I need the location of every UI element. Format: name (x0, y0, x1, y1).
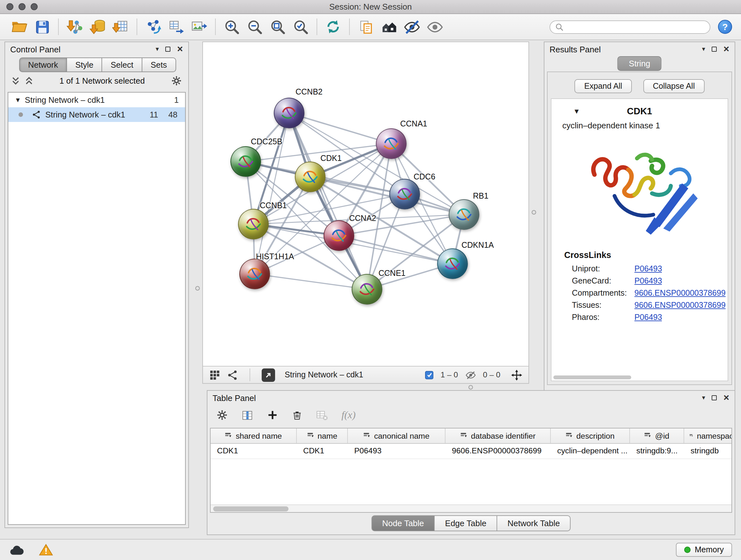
memory-button[interactable]: Memory (676, 543, 732, 557)
hidden-eye-slash-icon[interactable] (465, 369, 476, 380)
import-network-file-button[interactable] (64, 17, 85, 37)
collapse-triangle-icon[interactable]: ▼ (573, 107, 580, 115)
cloud-icon[interactable] (9, 544, 25, 556)
table-row[interactable]: CDK1 CDK1 P06493 9606.ENSP00000378699 cy… (211, 444, 731, 459)
close-panel-icon[interactable]: ✕ (723, 45, 730, 53)
selected-checkbox-icon[interactable] (425, 371, 434, 379)
search-input[interactable] (567, 22, 704, 31)
export-network-button[interactable] (262, 368, 275, 381)
maximize-panel-icon[interactable] (712, 47, 717, 52)
expand-all-button[interactable]: Expand All (575, 79, 632, 93)
expand-all-chevron-icon[interactable] (11, 76, 20, 84)
column-icon (565, 432, 572, 439)
network-row[interactable]: String Network – cdk1 11 48 (8, 107, 185, 122)
zoom-window-button[interactable] (30, 3, 38, 10)
move-crosshair-icon[interactable] (511, 369, 522, 380)
network-node-ccnb1[interactable] (238, 209, 269, 240)
float-panel-icon[interactable]: ▾ (702, 46, 705, 52)
network-to-table-button[interactable] (166, 17, 186, 37)
vertical-splitter-handle[interactable] (195, 286, 200, 291)
cell-canonical-name: P06493 (348, 444, 446, 458)
close-panel-icon[interactable]: ✕ (723, 394, 730, 401)
table-horizontal-scrollbar[interactable] (211, 504, 731, 512)
refresh-button[interactable] (323, 17, 343, 37)
vertical-splitter-handle[interactable] (532, 210, 536, 214)
crosslink-link[interactable]: P06493 (634, 276, 662, 285)
gear-icon[interactable] (216, 409, 228, 421)
import-network-database-button[interactable] (87, 17, 108, 37)
column-header-description[interactable]: description (551, 428, 630, 443)
tab-style[interactable]: Style (66, 57, 103, 72)
function-builder-button[interactable]: f(x) (341, 409, 355, 421)
delete-trash-icon[interactable] (292, 410, 302, 421)
maximize-panel-icon[interactable] (165, 47, 171, 52)
crosslink-link[interactable]: 9606.ENSP00000378699 (634, 300, 726, 309)
minimize-window-button[interactable] (18, 3, 25, 10)
warning-icon[interactable] (39, 543, 53, 556)
gear-icon[interactable] (171, 75, 182, 86)
birdseye-grid-icon[interactable] (209, 369, 220, 380)
close-panel-icon[interactable]: ✕ (177, 45, 183, 53)
zoom-fit-button[interactable] (267, 17, 288, 37)
column-header-namespace[interactable]: namespac (684, 428, 732, 443)
tab-node-table[interactable]: Node Table (371, 515, 434, 531)
save-session-button[interactable] (32, 17, 52, 37)
float-panel-icon[interactable]: ▾ (156, 46, 159, 52)
network-node-rb1[interactable] (449, 199, 479, 230)
network-node-cdc6[interactable] (389, 179, 420, 209)
home-overview-button[interactable] (379, 17, 399, 37)
delete-table-icon[interactable] (316, 409, 328, 421)
maximize-panel-icon[interactable] (712, 395, 717, 400)
copy-annotation-button[interactable] (355, 17, 376, 37)
collapse-all-chevron-icon[interactable] (25, 76, 33, 84)
column-header-name[interactable]: name (297, 428, 348, 443)
network-canvas[interactable]: CCNB2CCNA1CDC25BCDK1CDC6RB1CCNB1CCNA2CDK… (203, 42, 529, 366)
network-node-cdc25b[interactable] (230, 146, 261, 177)
hide-selected-button[interactable] (401, 17, 422, 37)
open-session-button[interactable] (9, 17, 29, 37)
column-header-shared-name[interactable]: shared name (211, 428, 297, 443)
show-all-button[interactable] (424, 17, 445, 37)
column-header-canonical-name[interactable]: canonical name (348, 428, 446, 443)
tab-sets[interactable]: Sets (142, 57, 176, 72)
crosslink-link[interactable]: P06493 (634, 264, 662, 273)
close-window-button[interactable] (6, 3, 13, 10)
network-node-ccnb2[interactable] (274, 98, 305, 128)
column-icon (460, 432, 467, 439)
horizontal-splitter-handle[interactable] (468, 385, 473, 389)
tab-edge-table[interactable]: Edge Table (434, 515, 497, 531)
tab-network[interactable]: Network (19, 57, 67, 72)
protein-thumbnail (438, 249, 467, 278)
import-table-button[interactable] (111, 17, 131, 37)
network-node-cdkn1a[interactable] (437, 248, 468, 279)
search-box[interactable] (549, 20, 711, 34)
zoom-in-button[interactable] (221, 17, 242, 37)
zoom-selected-button[interactable] (290, 17, 311, 37)
network-node-ccna1[interactable] (376, 128, 407, 159)
tab-select[interactable]: Select (102, 57, 142, 72)
network-node-cdk1[interactable] (295, 162, 326, 192)
insert-column-icon[interactable] (241, 409, 253, 421)
scrollbar-thumb[interactable] (213, 506, 288, 511)
network-collection-row[interactable]: ▼ String Network – cdk1 1 (8, 92, 185, 107)
string-tab[interactable]: String (617, 56, 662, 71)
network-node-hist1h1a[interactable] (239, 259, 270, 289)
collapse-all-button[interactable]: Collapse All (643, 79, 704, 93)
horizontal-scrollbar-thumb[interactable] (553, 375, 631, 379)
network-node-ccna2[interactable] (324, 220, 354, 251)
gene-header-row[interactable]: ▼ CDK1 (551, 103, 728, 119)
share-network-icon[interactable] (227, 369, 238, 380)
help-button[interactable]: ? (718, 20, 732, 34)
add-row-plus-icon[interactable] (267, 409, 278, 421)
export-image-button[interactable] (189, 17, 209, 37)
tree-expand-triangle[interactable]: ▼ (15, 97, 21, 104)
column-header-id[interactable]: @id (630, 428, 684, 443)
zoom-out-button[interactable] (245, 17, 265, 37)
network-node-ccne1[interactable] (352, 274, 382, 305)
column-header-database-identifier[interactable]: database identifier (446, 428, 551, 443)
crosslink-link[interactable]: 9606.ENSP00000378699 (634, 288, 726, 297)
network-arrow-button[interactable] (143, 17, 163, 37)
crosslink-link[interactable]: P06493 (634, 313, 662, 321)
float-panel-icon[interactable]: ▾ (702, 395, 705, 401)
tab-network-table[interactable]: Network Table (496, 515, 570, 531)
